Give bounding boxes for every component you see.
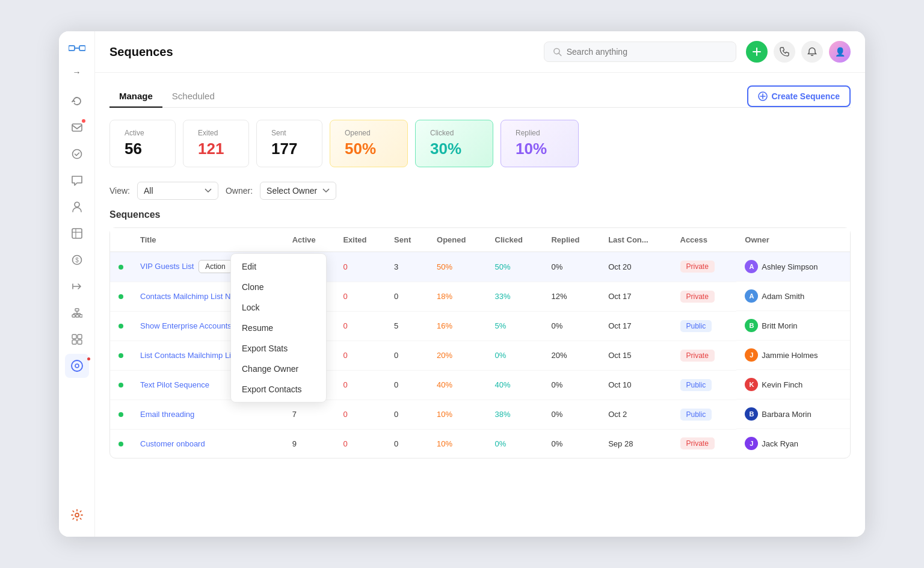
sidebar-item-apps[interactable]	[65, 327, 89, 351]
row-exited: 0	[334, 370, 386, 400]
col-access: Access	[672, 228, 737, 252]
sequence-title-link[interactable]: Customer onboard	[140, 439, 205, 448]
row-status-dot	[110, 370, 132, 400]
sidebar-item-chat[interactable]	[65, 168, 89, 193]
create-sequence-button[interactable]: Create Sequence	[747, 85, 851, 107]
page-title: Sequences	[109, 45, 544, 59]
row-lastcon: Oct 17	[600, 311, 671, 341]
table-row[interactable]: Contacts Mailchimp List No00018%33%12%Oc…	[110, 282, 850, 311]
row-lastcon: Oct 2	[600, 400, 671, 429]
sidebar-item-campaigns[interactable]	[65, 274, 89, 298]
stat-opened: Opened 50%	[330, 120, 408, 167]
sidebar-item-contacts[interactable]	[65, 195, 89, 219]
table-row[interactable]: Customer onboard90010%0%0%Sep 28PrivateJ…	[110, 429, 850, 458]
owner-select[interactable]: Select Owner	[260, 182, 336, 200]
row-replied: 0%	[543, 429, 600, 458]
svg-text:$: $	[75, 257, 79, 264]
sidebar-item-reports[interactable]	[65, 221, 89, 245]
phone-button[interactable]	[774, 41, 795, 63]
row-access: Private	[672, 341, 737, 370]
row-active: 7	[284, 400, 335, 429]
row-sent: 0	[386, 341, 428, 370]
stats-row: Active 56 Exited 121 Sent 177 Opened 50%…	[109, 120, 851, 167]
logo-icon[interactable]	[69, 41, 85, 58]
table-row[interactable]: Email threading70010%38%0%Oct 2PublicBBa…	[110, 400, 850, 429]
stat-clicked: Clicked 30%	[415, 120, 493, 167]
access-badge: Private	[680, 291, 715, 303]
sidebar-item-tasks[interactable]	[65, 142, 89, 166]
table-row[interactable]: Show Enterprise Accounts50516%5%0%Oct 17…	[110, 311, 850, 341]
stat-active-label: Active	[125, 129, 161, 137]
svg-rect-12	[72, 315, 75, 317]
stat-sent-value: 177	[271, 140, 307, 158]
row-clicked: 0%	[487, 429, 543, 458]
table-row[interactable]: Text Pilot Sequence00040%40%0%Oct 10Publ…	[110, 370, 850, 400]
sequence-title-link[interactable]: Text Pilot Sequence	[140, 380, 209, 389]
svg-rect-3	[72, 124, 82, 131]
sequence-title-link[interactable]: Email threading	[140, 410, 194, 419]
row-active: 9	[284, 429, 335, 458]
sequence-title-link[interactable]: Show Enterprise Accounts	[140, 321, 232, 330]
sequence-title-link[interactable]: List Contacts Mailchimp List	[140, 351, 237, 360]
row-exited: 0	[334, 429, 386, 458]
expand-arrow-icon[interactable]: →	[73, 67, 81, 77]
dropdown-item-edit[interactable]: Edit	[231, 256, 326, 277]
notification-button[interactable]	[801, 41, 823, 63]
dropdown-item-change-owner[interactable]: Change Owner	[231, 359, 326, 379]
stat-replied-value: 10%	[516, 140, 564, 158]
sequence-title-link[interactable]: Contacts Mailchimp List No	[140, 292, 235, 301]
owner-name: Kevin Finch	[762, 380, 802, 389]
dropdown-item-clone[interactable]: Clone	[231, 277, 326, 297]
col-sent: Sent	[386, 228, 428, 252]
action-button[interactable]: Action	[199, 260, 232, 273]
row-opened: 20%	[428, 341, 487, 370]
sidebar-item-sequences[interactable]	[65, 354, 89, 378]
access-badge: Public	[680, 320, 712, 332]
col-active: Active	[284, 228, 335, 252]
svg-rect-0	[69, 46, 75, 51]
sidebar-item-deals[interactable]: $	[65, 248, 89, 272]
col-lastcon: Last Con...	[600, 228, 671, 252]
tab-scheduled[interactable]: Scheduled	[162, 85, 224, 107]
settings-icon[interactable]	[65, 503, 89, 527]
user-avatar[interactable]: 👤	[829, 41, 851, 63]
tab-manage[interactable]: Manage	[109, 85, 162, 107]
search-input[interactable]	[567, 47, 727, 57]
svg-rect-13	[76, 315, 79, 317]
sequence-title-link[interactable]: VIP Guests List	[140, 262, 194, 271]
row-opened: 50%	[428, 252, 487, 282]
sidebar-item-mail[interactable]	[65, 116, 89, 140]
col-clicked: Clicked	[487, 228, 543, 252]
owner-avatar: J	[745, 348, 758, 362]
row-status-dot	[110, 400, 132, 429]
row-access: Public	[672, 400, 737, 429]
stat-opened-label: Opened	[345, 129, 393, 137]
table-row[interactable]: List Contacts Mailchimp List00020%0%20%O…	[110, 341, 850, 370]
view-select[interactable]: All My Sequences	[137, 182, 218, 200]
sidebar-item-refresh[interactable]	[65, 89, 89, 113]
dropdown-item-lock[interactable]: Lock	[231, 297, 326, 318]
row-status-dot	[110, 282, 132, 311]
owner-avatar: B	[745, 407, 758, 421]
row-clicked: 38%	[487, 400, 543, 429]
row-status-dot	[110, 429, 132, 458]
svg-rect-21	[78, 335, 82, 339]
sidebar-bottom	[65, 503, 89, 527]
svg-rect-1	[79, 46, 85, 51]
add-button[interactable]	[746, 41, 768, 63]
table-row[interactable]: VIP Guests ListAction30350%50%0%Oct 20Pr…	[110, 252, 850, 282]
stat-active-value: 56	[125, 140, 161, 158]
dropdown-item-resume[interactable]: Resume	[231, 318, 326, 338]
sequences-table: Title Active Exited Sent Opened Clicked …	[110, 228, 850, 458]
owner-avatar: J	[745, 437, 758, 450]
row-lastcon: Oct 20	[600, 252, 671, 282]
row-exited: 0	[334, 282, 386, 311]
dropdown-item-export-contacts[interactable]: Export Contacts	[231, 379, 326, 400]
row-replied: 0%	[543, 370, 600, 400]
row-access: Public	[672, 370, 737, 400]
stat-exited-label: Exited	[198, 129, 234, 137]
dropdown-item-export-stats[interactable]: Export Stats	[231, 338, 326, 359]
col-exited: Exited	[334, 228, 386, 252]
search-bar[interactable]	[544, 42, 736, 62]
sidebar-item-org[interactable]	[65, 301, 89, 325]
